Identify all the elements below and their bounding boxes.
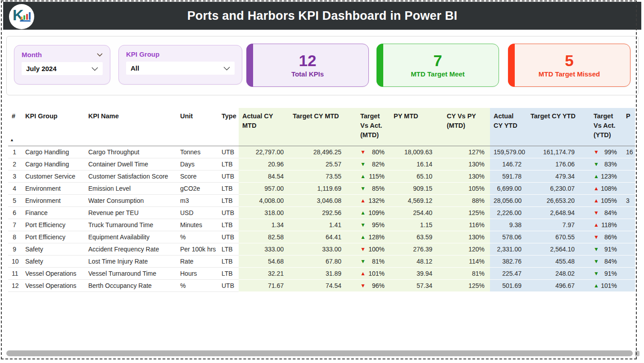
table-row[interactable]: 1Cargo HandlingCargo ThroughputTonnesUTB…: [8, 146, 635, 158]
table-row[interactable]: 10SafetyLost Time Injury RateRateLTB54.6…: [8, 255, 635, 267]
table-row[interactable]: 12Vessel OperationsBerth Occupancy Rate%…: [8, 279, 635, 291]
kpi-group-dropdown[interactable]: All: [126, 62, 235, 75]
arrow-down-icon: ▼: [594, 270, 599, 277]
kpi-group-slicer-label: KPI Group: [126, 50, 159, 58]
col-header-kpi-group[interactable]: KPI Group: [22, 108, 85, 146]
col-header-target-cy-mtd[interactable]: Target CY MTD: [289, 108, 347, 146]
target-cy-mtd-cell: 333.00: [289, 243, 347, 255]
target-cy-mtd-cell: 1.41: [289, 219, 347, 231]
py-ytd-cell: [622, 267, 635, 279]
chevron-down-icon: [91, 65, 98, 73]
actual-cy-mtd-cell: 84.54: [239, 170, 289, 182]
kpi-group-cell: Environment: [22, 182, 85, 194]
arrow-down-icon: ▼: [360, 161, 366, 167]
target-cy-mtd-cell: 64.41: [289, 231, 347, 243]
table-row[interactable]: 6FinanceRevenue per TEUUSDUTB318.00292.5…: [8, 206, 635, 219]
arrow-up-icon: ▲: [360, 197, 366, 204]
cy-vs-py-mtd-cell: 120%: [438, 243, 490, 255]
arrow-up-icon: ▲: [360, 173, 366, 179]
kpi-group-dropdown-value: All: [131, 64, 139, 72]
table-row[interactable]: 5EnvironmentWater Consumptionm3LTB4,008.…: [8, 194, 635, 206]
target-cy-ytd-cell: 2,648.94: [527, 206, 580, 219]
col-header-cy-vs-py-mtd[interactable]: CY Vs PY (MTD): [438, 108, 490, 146]
percent-value: 115%: [369, 173, 385, 180]
col-header-target-cy-ytd[interactable]: Target CY YTD: [527, 108, 580, 146]
total-kpis-card: 12 Total KPIs: [246, 44, 369, 87]
arrow-up-icon: ▲: [594, 282, 599, 289]
actual-cy-ytd-cell: 146.72: [490, 158, 527, 170]
month-dropdown-value: July 2024: [26, 65, 57, 72]
py-ytd-cell: [622, 219, 635, 231]
logo-chart-icon: K: [13, 9, 31, 24]
col-header-unit[interactable]: Unit: [177, 108, 218, 146]
percent-value: 82%: [372, 161, 385, 168]
row-number: 9: [8, 243, 22, 255]
py-ytd-cell: 16: [622, 146, 635, 158]
actual-cy-ytd-cell: 578.06: [490, 231, 527, 243]
chevron-down-icon: [223, 64, 230, 72]
cy-vs-py-mtd-cell: 125%: [438, 279, 490, 291]
month-dropdown[interactable]: July 2024: [22, 62, 103, 75]
cy-vs-py-mtd-cell: 127%: [438, 146, 490, 158]
py-ytd-cell: [622, 206, 635, 219]
arrow-up-icon: ▲: [594, 173, 599, 179]
kpi-group-slicer: KPI Group All: [118, 45, 242, 85]
actual-cy-ytd-cell: 225.47: [490, 267, 527, 279]
kpi-name-cell: Cargo Throughput: [85, 146, 177, 158]
sort-ascending-icon[interactable]: ▲: [10, 137, 14, 143]
unit-cell: m3: [177, 194, 218, 206]
py-mtd-cell: 39.94: [390, 267, 438, 279]
py-ytd-cell: [622, 182, 635, 194]
py-mtd-cell: 57.34: [390, 279, 438, 291]
actual-cy-ytd-cell: 591.78: [490, 170, 527, 182]
kpi-table: # ▲ KPI Group KPI Name Unit Type Actual …: [8, 108, 635, 292]
chevron-down-icon[interactable]: [97, 50, 103, 58]
target-vs-act-mtd-cell: ▼95%: [347, 219, 390, 231]
target-cy-ytd-cell: 6,230.07: [527, 182, 580, 194]
cy-vs-py-mtd-cell: 105%: [438, 182, 490, 194]
table-row[interactable]: 4EnvironmentEmission LevelgCO2eLTB957.00…: [8, 182, 635, 194]
horizontal-scrollbar[interactable]: [6, 350, 633, 356]
arrow-up-icon: ▲: [360, 234, 366, 240]
col-header-type[interactable]: Type: [218, 108, 239, 146]
col-header-kpi-name[interactable]: KPI Name: [85, 108, 177, 146]
row-number: 2: [8, 158, 22, 170]
target-vs-act-ytd-cell: ▲105%: [580, 194, 622, 206]
target-cy-mtd-cell: 67.80: [289, 255, 347, 267]
col-header-py-mtd[interactable]: PY MTD: [390, 108, 438, 146]
target-cy-mtd-cell: 292.56: [289, 206, 347, 219]
unit-cell: USD: [177, 206, 218, 219]
table-header-row: # ▲ KPI Group KPI Name Unit Type Actual …: [8, 108, 635, 146]
table-row[interactable]: 11Vessel OperationsVessel Turnaround Tim…: [8, 267, 635, 279]
col-header-target-vs-act-mtd[interactable]: Target Vs Act. (MTD): [347, 108, 390, 146]
actual-cy-mtd-cell: 333.00: [239, 243, 289, 255]
target-cy-ytd-cell: 26,653.20: [527, 194, 580, 206]
percent-value: 91%: [604, 270, 617, 277]
col-header-target-vs-act-ytd[interactable]: Target Vs Act. (YTD): [580, 108, 622, 146]
col-header-num[interactable]: # ▲: [8, 108, 22, 146]
target-vs-act-ytd-cell: ▲118%: [580, 219, 622, 231]
percent-value: 118%: [601, 221, 617, 229]
month-slicer-label: Month: [22, 51, 42, 58]
col-header-actual-cy-mtd[interactable]: Actual CY MTD: [239, 108, 289, 146]
row-number: 7: [8, 219, 22, 231]
table-row[interactable]: 2Cargo HandlingContainer Dwell TimeDaysL…: [8, 158, 635, 170]
actual-cy-ytd-cell: 2,226.00: [490, 206, 527, 219]
table-row[interactable]: 9SafetyAccident Frequency RatePer 100k h…: [8, 243, 635, 255]
py-ytd-cell: [622, 158, 635, 170]
arrow-down-icon: ▼: [360, 246, 366, 252]
py-ytd-cell: 3: [622, 194, 635, 206]
percent-value: 91%: [604, 246, 617, 253]
py-mtd-cell: 276.39: [390, 243, 438, 255]
percent-value: 101%: [368, 270, 385, 277]
table-row[interactable]: 7Port EfficiencyTruck Turnaround TimeMin…: [8, 219, 635, 231]
col-header-actual-cy-ytd[interactable]: Actual CY YTD: [490, 108, 527, 146]
col-header-py-ytd[interactable]: P: [622, 108, 635, 146]
scrollbar-corner[interactable]: [635, 351, 639, 356]
table-row[interactable]: 8Port EfficiencyEquipment Availability%U…: [8, 231, 635, 243]
cy-vs-py-mtd-cell: 130%: [438, 158, 490, 170]
unit-cell: Minutes: [177, 219, 218, 231]
py-ytd-cell: [622, 170, 635, 182]
row-number: 3: [8, 170, 22, 182]
table-row[interactable]: 3Customer ServiceCustomer Satisfaction S…: [8, 170, 635, 182]
